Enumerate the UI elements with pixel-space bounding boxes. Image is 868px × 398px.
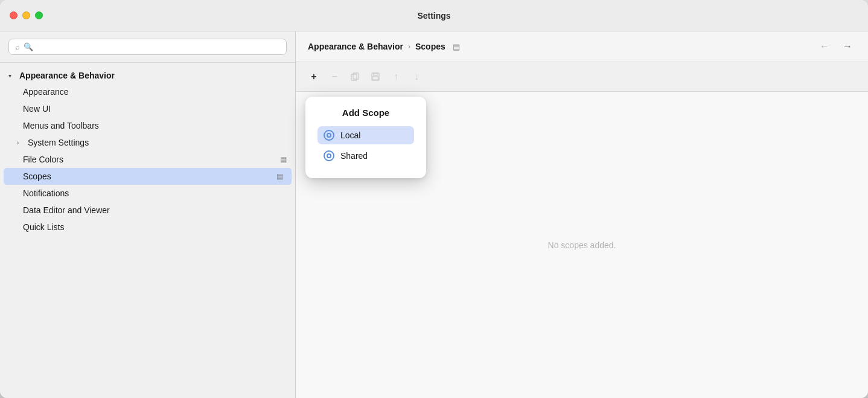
save-scope-button[interactable] (367, 68, 384, 85)
add-scope-button[interactable]: + (305, 68, 322, 85)
add-scope-popup: Add Scope Local Shared (305, 97, 426, 178)
radio-shared (324, 150, 334, 161)
file-colors-icon: ▤ (280, 155, 287, 164)
radio-inner (327, 133, 331, 138)
sidebar-item-new-ui[interactable]: New UI (0, 100, 295, 117)
popup-option-shared[interactable]: Shared (318, 147, 414, 165)
popup-option-shared-label: Shared (340, 151, 368, 161)
nav-forward-button[interactable]: → (839, 40, 856, 53)
copy-scope-button[interactable] (346, 68, 363, 85)
popup-title: Add Scope (318, 108, 414, 118)
sidebar-item-data-editor[interactable]: Data Editor and Viewer (0, 202, 295, 219)
settings-window: Settings ⌕ ▾ Appearance & Behavior Appea… (0, 0, 868, 398)
chevron-down-icon: ▾ (8, 72, 16, 79)
sidebar: ⌕ ▾ Appearance & Behavior Appearance New… (0, 31, 296, 398)
breadcrumb-icon: ▤ (453, 42, 460, 51)
toolbar: + − ↑ ↓ (296, 62, 868, 92)
remove-scope-button[interactable]: − (326, 68, 343, 85)
titlebar: Settings (0, 0, 868, 31)
main-content: ⌕ ▾ Appearance & Behavior Appearance New… (0, 31, 868, 398)
breadcrumb: Appearance & Behavior › Scopes ▤ (308, 42, 460, 51)
chevron-right-icon: › (17, 140, 24, 146)
svg-rect-3 (374, 73, 377, 75)
popup-option-local[interactable]: Local (318, 126, 414, 144)
search-wrapper[interactable]: ⌕ (8, 39, 287, 55)
breadcrumb-parent: Appearance & Behavior (308, 42, 403, 51)
breadcrumb-separator: › (408, 42, 410, 51)
section-header-appearance-behavior[interactable]: ▾ Appearance & Behavior (0, 68, 295, 83)
search-icon: ⌕ (15, 42, 20, 51)
sidebar-item-appearance[interactable]: Appearance (0, 83, 295, 100)
radio-local (324, 130, 334, 141)
popup-option-local-label: Local (340, 130, 360, 140)
maximize-button[interactable] (35, 11, 43, 19)
move-up-button[interactable]: ↑ (388, 68, 404, 85)
close-button[interactable] (10, 11, 18, 19)
breadcrumb-current: Scopes (415, 42, 445, 51)
sidebar-item-quick-lists[interactable]: Quick Lists (0, 219, 295, 236)
titlebar-controls (10, 11, 43, 19)
sidebar-item-scopes[interactable]: Scopes ▤ (4, 168, 292, 185)
sidebar-item-menus-toolbars[interactable]: Menus and Toolbars (0, 117, 295, 134)
svg-rect-4 (372, 77, 378, 80)
nav-list: ▾ Appearance & Behavior Appearance New U… (0, 63, 295, 398)
main-panel: Appearance & Behavior › Scopes ▤ ← → + − (296, 31, 868, 398)
sidebar-item-notifications[interactable]: Notifications (0, 185, 295, 202)
header-nav: ← → (816, 40, 856, 53)
section-label: Appearance & Behavior (19, 71, 115, 80)
radio-inner-shared (327, 153, 331, 158)
minimize-button[interactable] (22, 11, 30, 19)
scopes-icon: ▤ (276, 172, 283, 181)
search-input[interactable] (24, 42, 280, 51)
sidebar-item-file-colors[interactable]: File Colors ▤ (0, 151, 295, 168)
move-down-button[interactable]: ↓ (408, 68, 425, 85)
search-bar: ⌕ (0, 31, 295, 63)
sidebar-item-system-settings[interactable]: › System Settings (0, 134, 295, 151)
main-header: Appearance & Behavior › Scopes ▤ ← → (296, 31, 868, 62)
window-title: Settings (417, 11, 450, 21)
nav-back-button[interactable]: ← (816, 40, 833, 53)
